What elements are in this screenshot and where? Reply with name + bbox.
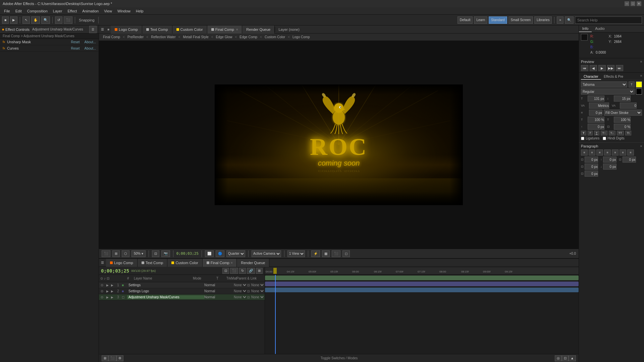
solo-button[interactable]: ◎ <box>555 355 562 361</box>
char-tab-effects[interactable]: Effects & Pre <box>601 74 626 80</box>
grid-button[interactable]: ⊞ <box>112 250 120 257</box>
menu-file[interactable]: File <box>1 8 13 14</box>
view-select[interactable]: 1 View <box>287 250 305 257</box>
tl-btn-1[interactable]: ⊡ <box>222 268 229 274</box>
indent-left-input[interactable] <box>585 157 598 163</box>
stroke-color-swatch[interactable] <box>636 88 642 95</box>
preview-play-button[interactable]: ▶ <box>598 65 606 71</box>
tracking-input[interactable] <box>620 103 637 109</box>
playhead[interactable] <box>275 275 276 354</box>
ec-expand-button[interactable]: ☰ <box>89 26 97 33</box>
transparency-button[interactable]: ▦ <box>322 250 330 257</box>
tl-tab-custom-color[interactable]: Custom Color <box>167 259 202 267</box>
fill-color-swatch[interactable] <box>636 81 642 87</box>
preview-back-button[interactable]: ◀ <box>590 65 597 71</box>
unsharp-about[interactable]: About... <box>85 40 96 44</box>
comp-marker-button[interactable]: ⬛ <box>108 355 116 361</box>
breadcrumb-edge-glow[interactable]: Edge Glow <box>214 35 234 39</box>
workspace-learn[interactable]: Learn <box>474 16 487 24</box>
menu-animation[interactable]: Animation <box>79 8 101 14</box>
close-button[interactable]: ✕ <box>637 1 641 6</box>
layer-3-eye[interactable]: ⊙ <box>99 295 105 299</box>
tsume-input[interactable] <box>614 124 631 130</box>
font-size-input[interactable] <box>588 96 604 102</box>
window-controls[interactable]: ─ □ ✕ <box>625 1 641 6</box>
breadcrumb-custom-color[interactable]: Custom Color <box>263 35 287 39</box>
workspace-libraries[interactable]: Libraries <box>534 16 552 24</box>
fit-button[interactable]: ⊡ <box>152 250 159 257</box>
italic-button[interactable]: T <box>588 131 593 135</box>
vert-scale-input[interactable] <box>588 117 604 123</box>
layer-2-name[interactable]: Settings Logo <box>127 289 204 293</box>
space-before-input[interactable] <box>603 157 616 163</box>
layer-3-expand[interactable]: ▶ <box>110 296 114 299</box>
tab-custom-color[interactable]: Custom Color <box>172 25 207 34</box>
workspace-default[interactable]: Default <box>458 16 473 24</box>
breadcrumb-edge-comp[interactable]: Edge Comp <box>237 35 259 39</box>
selection-tool[interactable]: ↖ <box>22 16 30 24</box>
kerning-input[interactable] <box>589 103 609 109</box>
workspace-small-screen[interactable]: Small Screen <box>508 16 533 24</box>
tab-text-comp[interactable]: Text Comp <box>142 25 172 34</box>
search-toggle-button[interactable]: 🔍 <box>565 16 574 24</box>
menu-layer[interactable]: Layer <box>50 8 65 14</box>
breadcrumb-metall[interactable]: Metall Final Style <box>181 35 211 39</box>
menu-window[interactable]: Window <box>115 8 133 14</box>
zoom-tool[interactable]: 🔍 <box>41 16 50 24</box>
menu-edit[interactable]: Edit <box>13 8 24 14</box>
camera-tool[interactable]: ⬛ <box>64 16 72 24</box>
font-family-select[interactable]: Tahoma <box>581 81 627 87</box>
curves-reset[interactable]: Reset <box>71 47 79 50</box>
search-input[interactable] <box>575 16 642 24</box>
menu-help[interactable]: Help <box>133 8 146 14</box>
final-comp-menu-icon[interactable]: ≡ <box>236 28 238 31</box>
align-left-button[interactable]: ≡ <box>581 149 588 156</box>
rotate-tool[interactable]: ↺ <box>55 16 62 24</box>
ligatures-checkbox[interactable] <box>581 137 584 140</box>
breadcrumb-prerender[interactable]: PreRender <box>125 35 146 39</box>
new-comp-button[interactable]: ■ <box>2 16 9 24</box>
tl-tab-text-comp[interactable]: Text Comp <box>138 259 168 267</box>
unsharp-reset[interactable]: Reset <box>71 40 79 44</box>
breadcrumb-logo-comp[interactable]: Logo Comp <box>290 35 312 39</box>
layer-1-expand[interactable]: ▶ <box>110 284 114 287</box>
pixel-aspect-button[interactable]: ⬛ <box>332 250 340 257</box>
mask-button[interactable]: ⬡ <box>122 250 129 257</box>
leading-input[interactable] <box>614 96 631 102</box>
font-style-button[interactable]: T <box>629 81 635 87</box>
justify-left-button[interactable]: ≡ <box>604 149 611 156</box>
color-mode-button[interactable]: 🔵 <box>216 250 224 257</box>
tab-final-comp[interactable]: Final Comp ≡ <box>207 25 243 34</box>
toggle-switches-label[interactable]: Toggle Switches / Modes <box>123 356 555 360</box>
resolution-select[interactable]: Quarter Half Full <box>226 250 245 257</box>
exposure-button[interactable]: ⬜ <box>205 250 214 257</box>
justify-center-button[interactable]: ≡ <box>612 149 619 156</box>
layer-2-expand[interactable]: ▶ <box>110 290 114 293</box>
panel-menu-button[interactable]: ☰ <box>99 26 106 33</box>
workspace-standard[interactable]: Standard <box>489 16 507 24</box>
breadcrumb-reflection[interactable]: Reflection Water <box>149 35 178 39</box>
justify-all-button[interactable]: ≡ <box>627 149 634 156</box>
info-tab-audio[interactable]: Audio <box>592 25 608 32</box>
horiz-scale-input[interactable] <box>614 117 631 123</box>
tl-btn-4[interactable]: 🔗 <box>247 268 255 274</box>
superscript-button[interactable]: T↑ <box>601 131 607 135</box>
stroke-fill-select[interactable]: Fill Over Stroke <box>604 110 642 116</box>
stroke-width-input[interactable] <box>589 110 602 116</box>
layer-2-toggle[interactable]: ▶ <box>105 290 110 293</box>
region-of-interest-button[interactable]: ⬛ <box>102 250 110 257</box>
fast-preview-button[interactable]: ⚡ <box>311 250 320 257</box>
preview-forward-button[interactable]: ▶▶ <box>607 65 614 71</box>
layer-3-toggle[interactable]: ▶ <box>105 296 110 299</box>
align-right-button[interactable]: ≡ <box>596 149 603 156</box>
layer-1-eye[interactable]: ⊙ <box>99 283 105 287</box>
bold-button[interactable]: T <box>581 131 586 135</box>
tl-btn-3[interactable]: ↻ <box>239 268 246 274</box>
subscript-button[interactable]: T↓ <box>609 131 615 135</box>
curves-about[interactable]: About... <box>85 47 96 50</box>
open-button[interactable]: ▶ <box>10 16 17 24</box>
char-options-icon[interactable]: ≡ <box>640 74 642 80</box>
layer-1-trimmat[interactable]: None <box>232 283 247 287</box>
tl-tab-render-queue[interactable]: Render Queue <box>237 259 269 267</box>
align-center-button[interactable]: ≡ <box>589 149 595 156</box>
